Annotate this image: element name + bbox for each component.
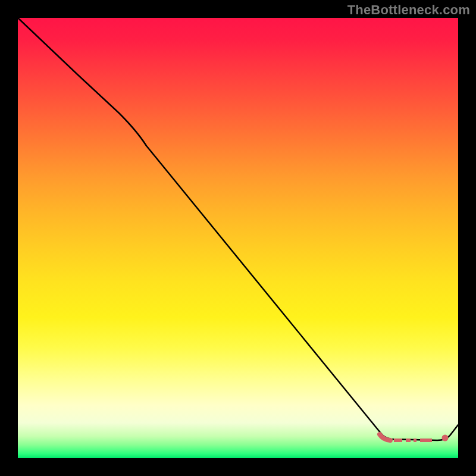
chart-svg (18, 18, 458, 458)
bottleneck-curve (18, 18, 458, 440)
optimal-range-base (380, 434, 390, 440)
chart-plot-area (18, 18, 458, 458)
optimal-point-dot (442, 435, 449, 441)
watermark-text: TheBottleneck.com (347, 2, 470, 18)
